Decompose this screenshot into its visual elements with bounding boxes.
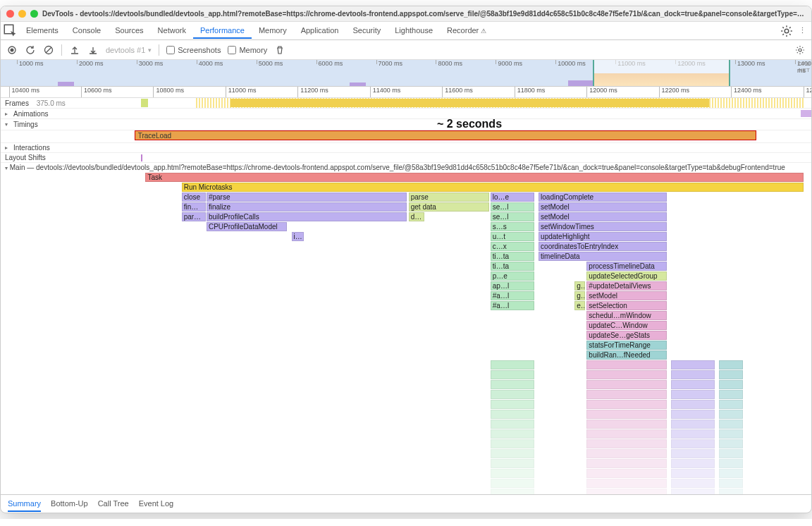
flame-span[interactable] bbox=[671, 420, 715, 429]
flame-chart[interactable]: TaskRun Microtasksclose#parseparselo…elo… bbox=[1, 173, 811, 494]
tab-sources[interactable]: Sources bbox=[108, 23, 150, 39]
flame-span[interactable] bbox=[719, 489, 743, 494]
flame-span[interactable] bbox=[586, 360, 667, 369]
flame-span[interactable] bbox=[586, 469, 667, 478]
tab-elements[interactable]: Elements bbox=[19, 23, 66, 39]
kebab-menu-icon[interactable]: ⋮ bbox=[796, 25, 808, 37]
flame-span[interactable] bbox=[719, 429, 743, 439]
flame-span[interactable]: #updateDetailViews bbox=[586, 281, 667, 290]
flame-span[interactable]: p…e bbox=[491, 271, 535, 281]
flame-span[interactable] bbox=[491, 489, 535, 494]
flame-span[interactable] bbox=[586, 429, 667, 439]
flame-span[interactable]: buildRan…fNeeded bbox=[586, 350, 667, 360]
flame-span[interactable] bbox=[719, 459, 743, 468]
flame-span[interactable]: fin…ace bbox=[182, 202, 206, 212]
flame-span[interactable] bbox=[586, 370, 667, 379]
clear-icon[interactable] bbox=[43, 44, 54, 56]
flame-span[interactable]: #a…l bbox=[491, 291, 535, 300]
flame-span[interactable]: loadingComplete bbox=[539, 192, 667, 202]
flame-span[interactable] bbox=[671, 410, 715, 419]
flame-span[interactable]: updateSe…geStats bbox=[586, 331, 667, 340]
flame-span[interactable] bbox=[491, 410, 535, 419]
flame-span[interactable]: setWindowTimes bbox=[539, 222, 667, 231]
flame-span[interactable] bbox=[586, 390, 667, 399]
flame-span[interactable] bbox=[491, 429, 535, 439]
flame-span[interactable]: processTimelineData bbox=[586, 262, 667, 271]
flame-span[interactable]: finalize bbox=[207, 202, 407, 212]
flame-span[interactable] bbox=[586, 479, 667, 488]
flame-span[interactable] bbox=[719, 410, 743, 419]
close-icon[interactable] bbox=[6, 10, 14, 18]
overview-selection[interactable] bbox=[593, 60, 731, 86]
flame-span[interactable] bbox=[491, 439, 535, 448]
flame-span[interactable] bbox=[671, 459, 715, 468]
flame-span[interactable] bbox=[586, 380, 667, 389]
flame-span[interactable]: c…x bbox=[491, 242, 535, 251]
maximize-icon[interactable] bbox=[30, 10, 38, 18]
flame-span[interactable]: setSelection bbox=[586, 301, 667, 310]
flame-span[interactable] bbox=[719, 469, 743, 478]
flame-span[interactable] bbox=[491, 449, 535, 458]
gear-icon[interactable] bbox=[780, 25, 793, 37]
bottom-tab-call-tree[interactable]: Call Tree bbox=[98, 496, 129, 512]
flame-span[interactable] bbox=[491, 479, 535, 488]
flame-span[interactable] bbox=[491, 459, 535, 468]
flame-span[interactable]: statsForTimeRange bbox=[586, 341, 667, 350]
flame-span[interactable]: setModel bbox=[539, 212, 667, 221]
flame-span[interactable] bbox=[719, 420, 743, 429]
tab-memory[interactable]: Memory bbox=[252, 23, 294, 39]
flame-span[interactable]: get data bbox=[409, 202, 489, 212]
reload-icon[interactable] bbox=[25, 44, 36, 56]
overview-strip[interactable]: 1000 ms2000 ms3000 ms4000 ms5000 ms6000 … bbox=[1, 60, 811, 87]
flame-span[interactable] bbox=[491, 360, 535, 369]
flame-span[interactable] bbox=[719, 439, 743, 448]
memory-checkbox[interactable]: Memory bbox=[228, 46, 267, 54]
flame-span[interactable]: parse bbox=[409, 192, 489, 202]
flame-span[interactable] bbox=[586, 400, 667, 409]
flame-span[interactable]: buildProfileCalls bbox=[207, 212, 407, 221]
tab-security[interactable]: Security bbox=[345, 23, 388, 39]
traceload-span[interactable]: TraceLoad bbox=[135, 130, 757, 140]
flame-span[interactable] bbox=[719, 380, 743, 389]
flame-span[interactable] bbox=[491, 380, 535, 389]
flame-span[interactable]: se…l bbox=[491, 202, 535, 212]
bottom-tab-event-log[interactable]: Event Log bbox=[139, 496, 174, 512]
flame-span[interactable] bbox=[671, 449, 715, 458]
flame-span[interactable]: e… bbox=[574, 301, 585, 310]
flame-span[interactable]: Task bbox=[145, 173, 803, 182]
tab-network[interactable]: Network bbox=[151, 23, 193, 39]
flame-span[interactable]: setModel bbox=[539, 202, 667, 212]
upload-icon[interactable] bbox=[69, 44, 80, 56]
tab-lighthouse[interactable]: Lighthouse bbox=[388, 23, 440, 39]
frames-bar[interactable] bbox=[128, 98, 811, 108]
flame-span[interactable] bbox=[671, 380, 715, 389]
flame-span[interactable]: coordinatesToEntryIndex bbox=[539, 242, 667, 251]
flame-span[interactable]: timelineData bbox=[539, 252, 667, 261]
flame-span[interactable]: close bbox=[182, 192, 206, 202]
flame-span[interactable] bbox=[586, 439, 667, 448]
flame-span[interactable] bbox=[671, 360, 715, 369]
flame-span[interactable] bbox=[671, 370, 715, 379]
flame-span[interactable]: g… bbox=[574, 281, 585, 290]
flame-span[interactable]: schedul…mWindow bbox=[586, 311, 667, 320]
disclosure-icon[interactable]: ▸ bbox=[5, 111, 11, 117]
flame-span[interactable]: #a…l bbox=[491, 301, 535, 310]
minimize-icon[interactable] bbox=[18, 10, 26, 18]
download-icon[interactable] bbox=[87, 44, 99, 56]
flame-span[interactable] bbox=[586, 459, 667, 468]
inspect-element-icon[interactable] bbox=[4, 24, 18, 38]
profile-select[interactable]: devtools #1 ▾ bbox=[106, 46, 152, 54]
flame-span[interactable]: updateSelectedGroup bbox=[586, 271, 667, 281]
flame-span[interactable] bbox=[491, 469, 535, 478]
flame-span[interactable] bbox=[586, 410, 667, 419]
disclosure-icon[interactable]: ▾ bbox=[5, 165, 8, 171]
flame-span[interactable] bbox=[719, 370, 743, 379]
flame-span[interactable]: se…l bbox=[491, 212, 535, 221]
disclosure-icon[interactable]: ▸ bbox=[5, 145, 11, 151]
tab-performance[interactable]: Performance bbox=[193, 23, 252, 39]
flame-span[interactable]: lo…e bbox=[491, 192, 535, 202]
flame-span[interactable]: updateC…Window bbox=[586, 321, 667, 330]
flame-span[interactable]: ti…ta bbox=[491, 262, 535, 271]
flame-span[interactable]: i… bbox=[292, 232, 304, 241]
flame-span[interactable] bbox=[719, 479, 743, 488]
